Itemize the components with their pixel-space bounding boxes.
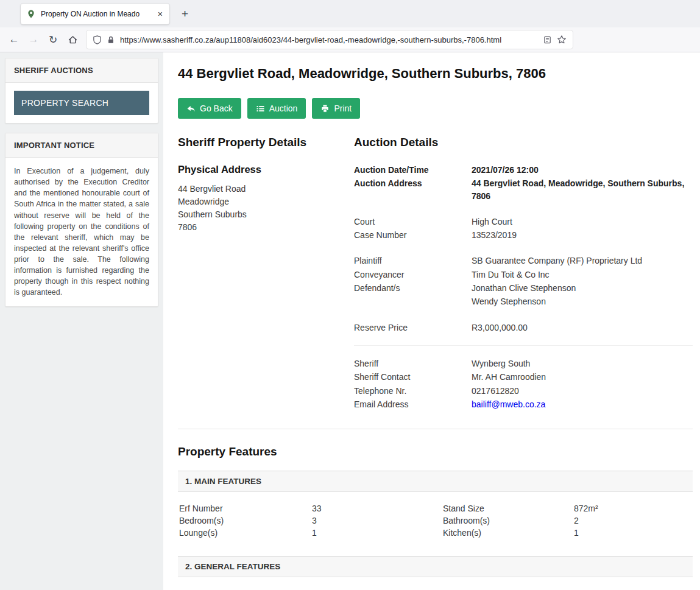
row-label: Case Number xyxy=(354,229,472,241)
feature-label: Stand Size xyxy=(443,502,574,514)
auction-row: Telephone Nr. 0217612820 xyxy=(354,385,693,397)
auction-row: Sheriff Wynberg South xyxy=(354,357,693,370)
auction-row: Defendant/s Jonathan Clive Stephenson xyxy=(354,282,693,294)
row-label: Telephone Nr. xyxy=(354,385,472,397)
auction-details-heading: Auction Details xyxy=(354,136,693,149)
row-value: 2021/07/26 12:00 xyxy=(472,164,693,176)
tab-close-icon[interactable]: × xyxy=(157,9,164,19)
auction-row: Conveyancer Tim Du Toit & Co Inc xyxy=(354,269,693,281)
row-value: 13523/2019 xyxy=(472,229,693,241)
row-value: Wendy Stephenson xyxy=(472,295,693,307)
new-tab-button[interactable]: + xyxy=(177,6,193,22)
auction-row: Plaintiff SB Guarantee Company (RF) Prop… xyxy=(354,255,693,267)
main-features-grid: Erf Number 33 Stand Size 872m² Bedroom(s… xyxy=(178,492,693,544)
physical-address-heading: Physical Address xyxy=(178,164,354,175)
browser-tab[interactable]: Property ON Auction in Meado × xyxy=(21,4,169,24)
important-notice-text: In Execution of a judgement, duly author… xyxy=(14,166,149,298)
important-notice-panel: IMPORTANT NOTICE In Execution of a judge… xyxy=(5,133,158,307)
go-back-button[interactable]: Go Back xyxy=(178,98,241,119)
reader-view-icon[interactable] xyxy=(543,35,552,44)
auction-label: Auction xyxy=(269,104,298,113)
shield-icon[interactable] xyxy=(93,35,102,44)
address-line: Meadowridge xyxy=(178,195,354,208)
print-button[interactable]: Print xyxy=(312,98,360,119)
property-details-heading: Sheriff Property Details xyxy=(178,136,354,149)
go-back-label: Go Back xyxy=(200,104,233,113)
row-label: Defendant/s xyxy=(354,282,472,294)
auction-row: Email Address bailiff@mweb.co.za xyxy=(354,398,693,410)
auction-row: Case Number 13523/2019 xyxy=(354,229,693,241)
feature-value: BRICK BUILDING xyxy=(574,588,691,590)
bookmark-star-icon[interactable] xyxy=(557,35,567,44)
main-content: 44 Bergvliet Road, Meadowridge, Southern… xyxy=(163,52,700,590)
reply-arrow-icon xyxy=(186,104,196,113)
feature-value: 33 xyxy=(312,502,443,514)
row-label: Auction Address xyxy=(354,177,472,202)
forward-icon[interactable]: → xyxy=(24,30,43,49)
feature-value: 2 xyxy=(574,514,691,527)
sidebar: SHERIFF AUCTIONS PROPERTY SEARCH IMPORTA… xyxy=(0,52,163,590)
details-columns: Sheriff Property Details Physical Addres… xyxy=(178,136,693,412)
print-label: Print xyxy=(334,104,352,113)
feature-value: 1 xyxy=(312,527,443,539)
tab-title: Property ON Auction in Meado xyxy=(41,10,152,18)
back-icon[interactable]: ← xyxy=(5,30,23,49)
auction-row: Auction Address 44 Bergvliet Road, Meado… xyxy=(354,177,693,202)
main-features-header: 1. MAIN FEATURES xyxy=(178,471,693,492)
property-details-column: Sheriff Property Details Physical Addres… xyxy=(178,136,354,412)
reload-icon[interactable]: ↻ xyxy=(44,30,62,49)
page-title: 44 Bergvliet Road, Meadowridge, Southern… xyxy=(178,66,693,82)
general-features-grid: Garage(s) 1 Outer Wall Type BRICK BUILDI… xyxy=(178,577,693,590)
sheriff-auctions-panel: SHERIFF AUCTIONS PROPERTY SEARCH xyxy=(5,58,158,124)
feature-label: Outer Wall Type xyxy=(443,588,574,590)
important-notice-title: IMPORTANT NOTICE xyxy=(5,133,158,158)
address-line: Southern Suburbs xyxy=(178,208,354,221)
page-content: SHERIFF AUCTIONS PROPERTY SEARCH IMPORTA… xyxy=(0,52,700,590)
row-label: Email Address xyxy=(354,398,472,410)
row-value: Jonathan Clive Stephenson xyxy=(472,282,693,294)
row-label: Sheriff xyxy=(354,357,472,370)
feature-value: 872m² xyxy=(574,502,691,514)
row-value: 0217612820 xyxy=(472,385,693,397)
feature-label: Bathroom(s) xyxy=(443,514,574,527)
browser-window: Property ON Auction in Meado × + ← → ↻ h… xyxy=(0,0,700,590)
row-label xyxy=(354,295,472,307)
home-icon[interactable] xyxy=(63,30,82,49)
row-value: Tim Du Toit & Co Inc xyxy=(472,269,693,281)
feature-label: Garage(s) xyxy=(179,588,312,590)
row-label: Plaintiff xyxy=(354,255,472,267)
map-pin-favicon-icon xyxy=(26,9,36,19)
sheriff-auctions-title: SHERIFF AUCTIONS xyxy=(5,58,158,83)
row-value: High Court xyxy=(472,216,693,228)
action-buttons: Go Back Auction Print xyxy=(178,98,693,119)
row-value: R3,000,000.00 xyxy=(472,321,693,334)
auction-row: Court High Court xyxy=(354,216,693,228)
property-features-heading: Property Features xyxy=(178,445,693,458)
feature-label: Lounge(s) xyxy=(179,527,312,539)
property-search-button[interactable]: PROPERTY SEARCH xyxy=(14,91,149,115)
tab-bar: Property ON Auction in Meado × + xyxy=(0,0,700,27)
section-divider xyxy=(178,429,693,429)
auction-row: Wendy Stephenson xyxy=(354,295,693,307)
feature-value: 3 xyxy=(312,514,443,527)
printer-icon xyxy=(320,104,330,113)
url-bar[interactable]: https://www.sasheriff.co.za/aup11808/aid… xyxy=(87,30,573,49)
row-value: Wynberg South xyxy=(472,357,693,370)
auction-row: Reserve Price R3,000,000.00 xyxy=(354,321,693,334)
auction-button[interactable]: Auction xyxy=(247,98,306,119)
row-value: 44 Bergvliet Road, Meadowridge, Southern… xyxy=(472,177,693,202)
row-label: Reserve Price xyxy=(354,321,472,334)
sheriff-email-link[interactable]: bailiff@mweb.co.za xyxy=(472,399,545,409)
lock-icon[interactable] xyxy=(107,35,115,44)
feature-value: 1 xyxy=(312,588,443,590)
auction-details-column: Auction Details Auction Date/Time 2021/0… xyxy=(354,136,693,412)
row-label: Court xyxy=(354,216,472,228)
row-label: Auction Date/Time xyxy=(354,164,472,176)
browser-toolbar: ← → ↻ https://www.sasheriff.co.za/aup118… xyxy=(0,27,700,52)
row-label: Sheriff Contact xyxy=(354,371,472,383)
general-features-header: 2. GENERAL FEATURES xyxy=(178,556,693,577)
feature-value: 1 xyxy=(574,527,691,539)
divider xyxy=(354,345,693,346)
auction-row: Auction Date/Time 2021/07/26 12:00 xyxy=(354,164,693,176)
list-icon xyxy=(256,104,265,113)
